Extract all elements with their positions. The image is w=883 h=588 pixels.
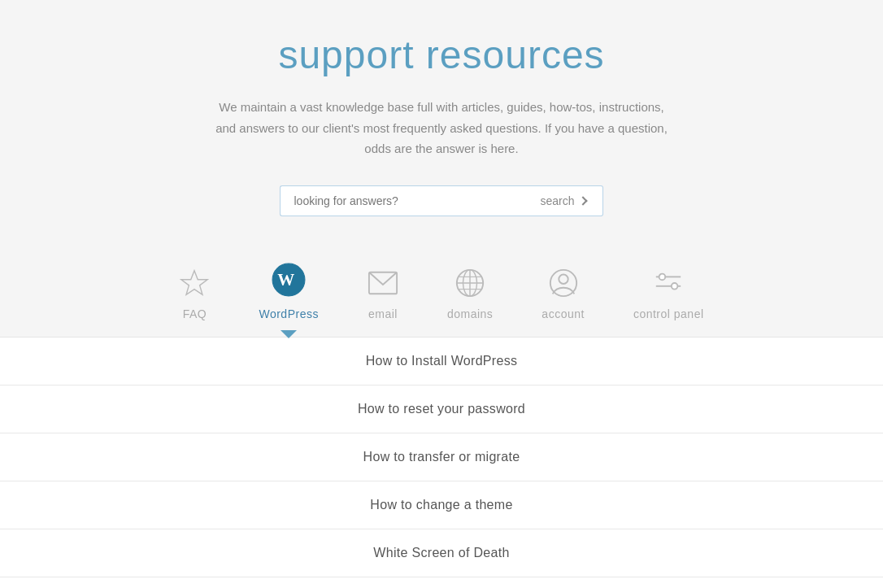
article-link-4[interactable]: How to change a theme — [370, 498, 512, 512]
page-title: support resources — [16, 33, 867, 77]
category-item-domains[interactable]: domains — [423, 257, 517, 337]
search-button-label: search — [540, 194, 574, 207]
control-panel-icon — [653, 268, 684, 298]
search-input[interactable] — [280, 185, 524, 216]
article-item[interactable]: How to reset your password — [0, 385, 883, 433]
category-item-email[interactable]: email — [343, 257, 423, 337]
account-icon-wrap — [548, 265, 579, 301]
article-item[interactable]: How to transfer or migrate — [0, 433, 883, 481]
search-bar: search — [16, 185, 867, 216]
email-icon — [368, 268, 398, 298]
wordpress-label: WordPress — [259, 307, 318, 320]
svg-text:W: W — [278, 270, 295, 290]
faq-icon-wrap — [179, 265, 210, 301]
faq-label: FAQ — [183, 307, 207, 320]
svg-point-16 — [672, 283, 678, 290]
globe-icon — [455, 268, 485, 298]
article-list: How to Install WordPress How to reset yo… — [0, 338, 883, 577]
category-item-wordpress[interactable]: W WordPress — [234, 257, 342, 337]
page-description: We maintain a vast knowledge base full w… — [214, 97, 669, 159]
svg-marker-0 — [181, 270, 207, 294]
content-section: How to Install WordPress How to reset yo… — [0, 337, 883, 589]
domains-label: domains — [447, 307, 493, 320]
category-nav: FAQ W WordPress — [16, 249, 867, 337]
control-panel-label: control panel — [633, 307, 704, 320]
svg-point-12 — [559, 274, 568, 283]
article-link-3[interactable]: How to transfer or migrate — [363, 450, 520, 464]
svg-point-14 — [659, 273, 666, 280]
category-item-faq[interactable]: FAQ — [154, 257, 234, 337]
article-item[interactable]: How to change a theme — [0, 481, 883, 529]
more-link[interactable]: more... — [0, 577, 883, 589]
account-icon — [548, 268, 579, 298]
hero-section: support resources We maintain a vast kno… — [0, 0, 883, 337]
article-item[interactable]: How to Install WordPress — [0, 338, 883, 385]
email-icon-wrap — [368, 265, 398, 301]
article-link-2[interactable]: How to reset your password — [358, 402, 525, 416]
chevron-right-icon — [578, 196, 587, 205]
category-item-account[interactable]: account — [517, 257, 609, 337]
email-label: email — [368, 307, 398, 320]
control-panel-icon-wrap — [653, 265, 684, 301]
article-item[interactable]: White Screen of Death — [0, 529, 883, 577]
wordpress-icon: W — [272, 263, 306, 297]
account-label: account — [542, 307, 585, 320]
search-button[interactable]: search — [524, 185, 602, 216]
domains-icon-wrap — [455, 265, 485, 301]
article-link-1[interactable]: How to Install WordPress — [366, 354, 518, 368]
category-item-control-panel[interactable]: control panel — [609, 257, 729, 337]
wordpress-icon-wrap: W — [272, 265, 306, 301]
page-container: support resources We maintain a vast kno… — [0, 0, 883, 588]
star-icon — [179, 268, 210, 298]
article-link-5[interactable]: White Screen of Death — [373, 546, 509, 560]
